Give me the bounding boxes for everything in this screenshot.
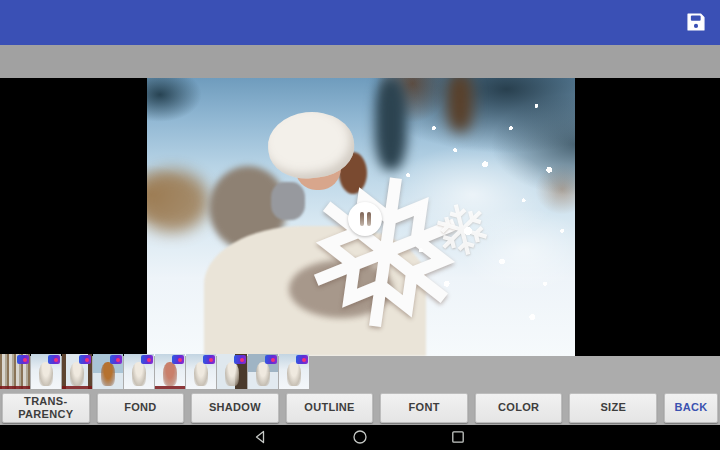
outline-button[interactable]: OUTLINE [286, 393, 374, 423]
thumbnail-strip [0, 354, 309, 389]
nav-recents-button[interactable] [450, 429, 466, 445]
fond-button[interactable]: FOND [97, 393, 185, 423]
save-button[interactable] [685, 11, 707, 33]
save-icon [685, 21, 707, 36]
action-button-row: TRANS-PARENCY FOND SHADOW OUTLINE FONT C… [2, 393, 718, 423]
pause-button[interactable] [348, 202, 382, 236]
thumbnail[interactable] [186, 354, 216, 389]
thumbnail[interactable] [217, 354, 247, 389]
thumbnail[interactable] [62, 354, 92, 389]
premium-badge-icon [17, 355, 29, 364]
nav-back-button[interactable] [252, 429, 268, 445]
thumbnail[interactable] [31, 354, 61, 389]
thumbnail[interactable] [155, 354, 185, 389]
premium-badge-icon [172, 355, 184, 364]
nav-home-button[interactable] [352, 429, 368, 445]
thumbnail[interactable] [248, 354, 278, 389]
pause-icon [360, 212, 364, 226]
premium-badge-icon [141, 355, 153, 364]
back-button[interactable]: BACK [664, 393, 718, 423]
thumbnail[interactable] [124, 354, 154, 389]
color-button[interactable]: COLOR [475, 393, 563, 423]
transparency-button[interactable]: TRANS-PARENCY [2, 393, 90, 423]
recents-square-icon [450, 433, 466, 448]
home-circle-icon [352, 433, 368, 448]
premium-badge-icon [79, 355, 91, 364]
pause-icon [367, 212, 371, 226]
premium-badge-icon [296, 355, 308, 364]
thumbnail[interactable] [93, 354, 123, 389]
premium-badge-icon [48, 355, 60, 364]
photo-editor-app: { "appbar": { "background_color": "#3a50… [0, 0, 720, 450]
app-bar [0, 0, 720, 45]
premium-badge-icon [203, 355, 215, 364]
android-navigation-bar [0, 425, 720, 450]
thumbnail[interactable] [0, 354, 30, 389]
back-triangle-icon [252, 433, 268, 448]
premium-badge-icon [234, 355, 246, 364]
thumbnail[interactable] [279, 354, 309, 389]
size-button[interactable]: SIZE [569, 393, 657, 423]
premium-badge-icon [265, 355, 277, 364]
photo-preview: ❅ ❄ [147, 78, 575, 356]
editor-canvas: ❅ ❄ [0, 78, 720, 356]
premium-badge-icon [110, 355, 122, 364]
secondary-toolbar [0, 45, 720, 78]
shadow-button[interactable]: SHADOW [191, 393, 279, 423]
font-button[interactable]: FONT [380, 393, 468, 423]
